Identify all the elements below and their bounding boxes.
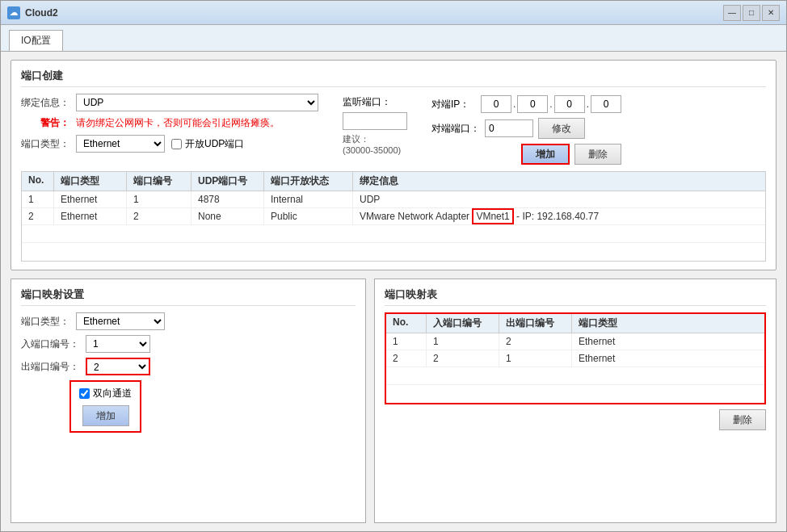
maximize-button[interactable]: □ [743,5,760,21]
row2-status: Public [264,208,353,224]
out-port-select[interactable]: 2 [86,358,150,375]
content-area: 端口创建 绑定信息： UDP 警告： 请勿绑定公网网卡，否则可能会引起网络瘫痪。 [1,52,786,531]
row1-bind: UDP [353,191,765,207]
map-row1-no: 1 [386,333,427,350]
bidirectional-checkbox[interactable] [79,388,90,399]
port-mapping-table-section: 端口映射表 No. 入端口编号 出端口编号 端口类型 1 1 2 Etherne… [374,279,776,523]
tab-io-config[interactable]: IO配置 [9,30,63,51]
out-port-label: 出端口编号： [21,360,79,374]
ip-fields: . . . [481,95,621,113]
mapping-row-3 [386,367,764,385]
bind-info-row: 绑定信息： UDP [21,94,318,111]
ip-field-3[interactable] [554,95,585,113]
port-mapping-settings-section: 端口映射设置 端口类型： Ethernet 入端口编号： 1 出端口编号： [11,279,366,523]
listen-port-label: 监听端口： [343,95,391,109]
map-row1-inport: 1 [427,333,499,350]
bidirectional-label[interactable]: 双向通道 [79,387,132,400]
mapping-port-type-select[interactable]: Ethernet [76,312,165,330]
row2-portno: 2 [127,208,191,224]
th-bind: 绑定信息 [353,172,765,191]
window-title: Cloud2 [25,7,723,19]
remote-port-input[interactable] [485,119,533,137]
port-table-row-3 [22,225,765,243]
port-mapping-table-title: 端口映射表 [385,287,766,306]
ip-dot-2: . [549,98,552,110]
row2-no: 2 [22,208,54,224]
bidirectional-container: 双向通道 增加 [69,380,141,433]
delete-button[interactable]: 删除 [574,144,621,165]
out-port-row: 出端口编号： 2 [21,358,356,375]
port-creation-right: 对端IP： . . . 对端端口： [431,95,621,165]
mapping-row-4 [386,385,764,403]
bidirectional-text: 双向通道 [93,387,132,400]
mapping-table: No. 入端口编号 出端口编号 端口类型 1 1 2 Ethernet [385,312,766,404]
ip-field-1[interactable] [481,95,511,113]
remote-ip-row: 对端IP： . . . [431,95,621,113]
map-row2-inport: 2 [427,350,499,367]
row2-bind: VMware Network Adapter VMnet1 - IP: 192.… [353,208,765,224]
action-buttons: 增加 删除 [431,144,621,165]
remote-port-row: 对端端口： 修改 [431,118,621,139]
close-button[interactable]: ✕ [762,5,780,21]
warning-text: 请勿绑定公网网卡，否则可能会引起网络瘫痪。 [76,116,280,130]
port-creation-title: 端口创建 [21,69,766,87]
ip-field-2[interactable] [517,95,548,113]
map-row1-outport: 2 [499,333,572,350]
open-udp-checkbox[interactable] [171,139,182,149]
remote-ip-label: 对端IP： [431,98,476,111]
port-creation-section: 端口创建 绑定信息： UDP 警告： 请勿绑定公网网卡，否则可能会引起网络瘫痪。 [11,60,776,270]
open-udp-checkbox-label[interactable]: 开放UDP端口 [171,137,244,151]
row1-no: 1 [22,191,54,207]
th-no: No. [22,172,54,191]
mapping-table-header: No. 入端口编号 出端口编号 端口类型 [386,314,764,333]
row1-status: Internal [264,191,353,207]
modify-button[interactable]: 修改 [538,118,585,139]
port-table-row-4 [22,243,765,261]
port-type-row: 端口类型： Ethernet 开放UDP端口 [21,135,318,153]
port-table-row-1[interactable]: 1 Ethernet 1 4878 Internal UDP [22,191,765,208]
row2-type: Ethernet [54,208,127,224]
map-th-no: No. [386,314,427,333]
port-creation-middle: 监听端口： 30000 建议：(30000-35000) [343,95,407,165]
map-th-type: 端口类型 [572,314,645,333]
mapping-delete-button[interactable]: 删除 [719,409,766,430]
ip-field-4[interactable] [591,95,621,113]
row2-udp: None [191,208,264,224]
port-type-label: 端口类型： [21,137,69,151]
map-th-inport: 入端口编号 [427,314,499,333]
row1-udp: 4878 [191,191,264,207]
mapping-row-1[interactable]: 1 1 2 Ethernet [386,333,764,350]
in-port-row: 入端口编号： 1 [21,335,356,353]
bottom-area: 端口映射设置 端口类型： Ethernet 入端口编号： 1 出端口编号： [11,279,776,523]
th-portno: 端口编号 [127,172,191,191]
port-table-header: No. 端口类型 端口编号 UDP端口号 端口开放状态 绑定信息 [22,172,765,191]
row1-portno: 1 [127,191,191,207]
listen-port-row: 监听端口： [343,95,407,109]
warning-row: 警告： 请勿绑定公网网卡，否则可能会引起网络瘫痪。 [21,116,318,130]
mapping-port-type-label: 端口类型： [21,315,69,329]
bind-info-select[interactable]: UDP [76,94,318,111]
th-status: 端口开放状态 [264,172,353,191]
mapping-add-button[interactable]: 增加 [82,405,129,426]
mapping-row-2[interactable]: 2 2 1 Ethernet [386,350,764,367]
ip-dot-1: . [513,98,516,110]
map-row2-type: Ethernet [572,350,645,367]
map-row2-no: 2 [386,350,427,367]
remote-port-label: 对端端口： [431,122,480,136]
port-type-select[interactable]: Ethernet [76,135,165,153]
mapping-delete-row: 删除 [385,409,766,430]
map-row1-type: Ethernet [572,333,645,350]
mapping-table-body: 1 1 2 Ethernet 2 2 1 Ethernet [386,333,764,403]
port-creation-left: 绑定信息： UDP 警告： 请勿绑定公网网卡，否则可能会引起网络瘫痪。 端口类型… [21,94,318,165]
minimize-button[interactable]: — [723,5,741,21]
in-port-label: 入端口编号： [21,337,79,351]
add-button[interactable]: 增加 [521,144,570,165]
open-udp-label: 开放UDP端口 [185,137,244,151]
tab-bar: IO配置 [1,25,786,52]
port-table-row-2[interactable]: 2 Ethernet 2 None Public VMware Network … [22,208,765,225]
title-buttons: — □ ✕ [723,5,780,21]
in-port-select[interactable]: 1 [86,335,150,353]
listen-port-input[interactable]: 30000 [343,112,407,130]
th-type: 端口类型 [54,172,127,191]
port-mapping-settings-title: 端口映射设置 [21,287,356,306]
